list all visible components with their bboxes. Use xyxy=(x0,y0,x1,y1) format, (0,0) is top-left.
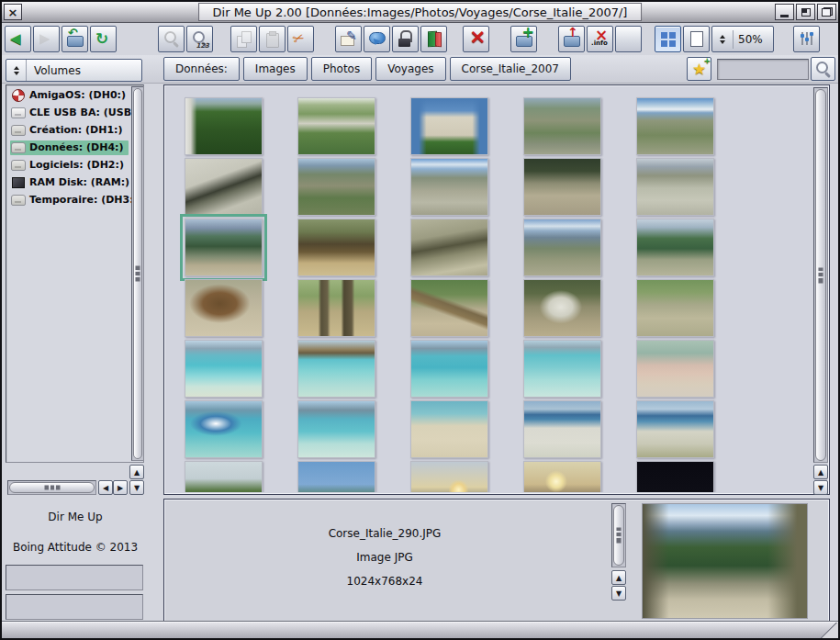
resize-grip[interactable] xyxy=(820,623,838,638)
delete-info-button[interactable] xyxy=(587,26,613,52)
volume-item[interactable]: RAM Disk: (RAM:) xyxy=(6,174,143,190)
grid-scroll-down-button[interactable]: ▼ xyxy=(813,480,828,495)
thumbnail-valley-vista[interactable] xyxy=(185,219,263,276)
thumbnail-forest-boar[interactable] xyxy=(297,219,375,276)
volumes-scroll-right-button[interactable]: ▶ xyxy=(113,480,128,495)
spinner-arrows-icon[interactable] xyxy=(717,32,728,47)
rename-pencil-button[interactable] xyxy=(335,26,362,52)
thumbnail-night-lights[interactable] xyxy=(636,461,714,492)
grid-scrollbar-track[interactable] xyxy=(813,87,828,463)
forward-arrow-button[interactable] xyxy=(33,26,60,52)
thumbnail-sunset-glow[interactable] xyxy=(410,461,488,492)
breadcrumb-button[interactable]: Voyages xyxy=(375,57,445,81)
info-scrollbar-thumb[interactable] xyxy=(613,505,624,566)
info-scrollbar[interactable] xyxy=(611,503,626,567)
volume-item[interactable]: Temporaire: (DH3:) xyxy=(6,192,143,208)
thumbnail-green-valley[interactable] xyxy=(523,97,601,155)
new-drawer-button[interactable] xyxy=(510,26,537,52)
thumbnail-twin-trunks[interactable] xyxy=(297,279,375,337)
thumbnail-village-terraces[interactable] xyxy=(297,97,375,155)
thumbnail-scrub-horizon[interactable] xyxy=(185,461,263,492)
thumbnail-dark-pines-scree[interactable] xyxy=(523,158,601,216)
thumbnail-boat-at-pier[interactable] xyxy=(185,400,263,458)
breadcrumb-button[interactable]: Données: xyxy=(163,57,240,81)
preview-image xyxy=(642,503,808,619)
count-magnifier-button[interactable]: 123 xyxy=(186,26,213,52)
size-spinner-button[interactable]: 50% xyxy=(711,26,774,52)
thumbnail-lone-pine[interactable] xyxy=(636,219,714,276)
thumbnail-pink-sand[interactable] xyxy=(636,340,714,398)
parent-drawer-button[interactable] xyxy=(62,26,88,52)
volumes-scrollbar[interactable] xyxy=(131,86,144,461)
volumes-selector[interactable]: Volumes xyxy=(6,59,142,82)
title-bar[interactable]: × Dir Me Up 2.00 [Données:Images/Photos/… xyxy=(2,2,838,23)
thumbnail-marble-cathedral[interactable] xyxy=(410,97,488,155)
thumbnail-rock-stream[interactable] xyxy=(185,158,263,216)
breadcrumb-button[interactable]: Images xyxy=(243,57,308,81)
close-button[interactable]: × xyxy=(4,4,22,20)
search-input[interactable] xyxy=(717,59,809,80)
paste-button[interactable] xyxy=(259,26,286,52)
volumes-scroll-left-button[interactable]: ◀ xyxy=(98,480,113,495)
thumbnail-rocky-slope[interactable] xyxy=(410,219,488,276)
volumes-scroll-up-button[interactable]: ▲ xyxy=(129,465,144,479)
cut-button[interactable] xyxy=(287,26,314,52)
grid-scrollbar-thumb[interactable] xyxy=(815,89,826,461)
thumbnail-garden-house[interactable] xyxy=(185,97,263,155)
info-scroll-up-button[interactable]: ▲ xyxy=(611,570,626,585)
thumbnail-lagoon-ladder[interactable] xyxy=(185,340,263,398)
thumbnail-mountain-panorama[interactable] xyxy=(523,219,601,276)
volume-item[interactable]: Création: (DH1:) xyxy=(6,122,143,138)
thumbnail-dune-shore[interactable] xyxy=(523,400,601,458)
thumbnail-gorge-shrubs[interactable] xyxy=(297,158,375,216)
blank-button[interactable] xyxy=(615,26,642,52)
count-badge: 123 xyxy=(196,42,209,50)
info-scroll-down-button[interactable]: ▼ xyxy=(611,586,626,601)
file-type-label: Image JPG xyxy=(183,551,587,564)
thumbnail-bay-boats[interactable] xyxy=(297,400,375,458)
thumbnail-fallen-log[interactable] xyxy=(410,279,488,337)
thumbnail-canyon-walkers[interactable] xyxy=(636,158,714,216)
volumes-hscrollbar-thumb[interactable] xyxy=(9,482,95,493)
volume-item[interactable]: Données: (DH4:) xyxy=(6,140,143,155)
delete-cross-button[interactable] xyxy=(463,26,489,52)
thumbnail-crowded-umbrellas[interactable] xyxy=(410,400,488,458)
grid-scroll-up-button[interactable]: ▲ xyxy=(813,465,828,479)
search-button[interactable] xyxy=(811,57,835,81)
thumbnail-scree-pines[interactable] xyxy=(636,279,714,337)
thumbnail-long-pier[interactable] xyxy=(410,340,488,398)
thumbnail-gorge-hikers[interactable] xyxy=(410,158,488,216)
volumes-hscrollbar[interactable] xyxy=(7,480,96,495)
depth-button[interactable] xyxy=(817,4,836,20)
leave-out-drawer-button[interactable] xyxy=(558,26,585,52)
volume-item-content: Création: (DH1:) xyxy=(10,123,127,138)
volume-item[interactable]: AmigaOS: (DH0:) xyxy=(6,87,143,103)
back-arrow-button[interactable] xyxy=(5,26,31,52)
volumes-scroll-down-button[interactable]: ▼ xyxy=(129,480,144,495)
favorite-button[interactable]: ★ xyxy=(687,57,711,81)
thumbnail-dune-grass[interactable] xyxy=(636,400,714,458)
thumbnail-sunset-railing[interactable] xyxy=(523,461,601,492)
comment-bubble-button[interactable] xyxy=(364,26,390,52)
copy-button[interactable] xyxy=(230,26,257,52)
thumbnail-swimmers-bay[interactable] xyxy=(523,340,601,398)
zoom-window-button[interactable] xyxy=(796,4,815,20)
preview-magnifier-button[interactable] xyxy=(158,26,185,52)
protect-lock-button[interactable] xyxy=(392,26,419,52)
volume-item[interactable]: Logiciels: (DH2:) xyxy=(6,157,143,173)
thumbnail-canyon-clouds[interactable] xyxy=(636,97,714,155)
volumes-scrollbar-thumb[interactable] xyxy=(133,88,142,459)
thumbnail-tree-blue-sky[interactable] xyxy=(297,461,375,492)
open-book-button[interactable] xyxy=(420,26,447,52)
breadcrumb-button[interactable]: Photos xyxy=(311,57,372,81)
grid-view-button[interactable] xyxy=(655,26,681,52)
volume-item[interactable]: CLE USB BA: (USB: xyxy=(6,105,143,120)
list-view-button[interactable] xyxy=(683,26,710,52)
thumbnail-beach-waders[interactable] xyxy=(297,340,375,398)
thumbnail-donkey-rocks[interactable] xyxy=(185,279,263,337)
minimize-button[interactable] xyxy=(775,4,794,20)
reload-button[interactable] xyxy=(90,26,117,52)
thumbnail-white-goat[interactable] xyxy=(523,279,601,337)
breadcrumb-button[interactable]: Corse_Italie_2007 xyxy=(450,57,571,81)
settings-sliders-button[interactable] xyxy=(793,26,820,52)
